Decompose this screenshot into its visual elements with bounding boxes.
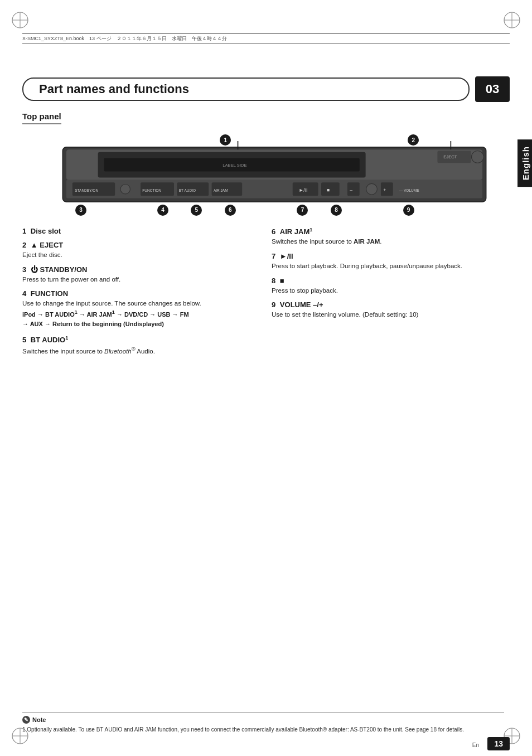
- page-title: Part names and functions: [39, 82, 453, 96]
- desc-2: 2 ▲ EJECT Eject the disc.: [22, 241, 255, 260]
- svg-text:►/II: ►/II: [299, 187, 308, 193]
- desc-7: 7 ►/II Press to start playback. During p…: [272, 252, 504, 271]
- svg-text:FUNCTION: FUNCTION: [142, 188, 161, 192]
- function-chain: iPod → BT AUDIO1 → AIR JAM1 → DVD/CD → U…: [22, 308, 255, 329]
- page-title-box: Part names and functions: [22, 77, 470, 101]
- svg-rect-37: [381, 182, 393, 196]
- desc-8: 8 ■ Press to stop playback.: [272, 277, 504, 295]
- svg-text:— VOLUME: — VOLUME: [399, 188, 420, 192]
- svg-text:■: ■: [327, 187, 330, 193]
- header-file-info: X-SMC1_SYXZT8_En.book 13 ページ ２０１１年６月１５日 …: [22, 35, 227, 42]
- svg-text:STANDBY/ON: STANDBY/ON: [75, 188, 98, 192]
- callout-6: 6: [225, 205, 236, 216]
- page-number: 13: [487, 737, 510, 750]
- svg-text:LABEL SIDE: LABEL SIDE: [223, 163, 246, 168]
- callout-9: 9: [403, 205, 414, 216]
- chapter-badge: 03: [475, 76, 510, 102]
- left-descriptions: 1 Disc slot 2 ▲ EJECT Eject the disc. 3 …: [22, 227, 255, 362]
- page-lang: En: [472, 742, 479, 748]
- callout-3: 3: [75, 205, 86, 216]
- desc-6: 6 AIR JAM1 Switches the input source to …: [272, 227, 504, 246]
- svg-point-23: [120, 184, 130, 193]
- page-title-section: Part names and functions 03: [22, 75, 510, 103]
- svg-text:–: –: [350, 187, 352, 193]
- svg-rect-32: [321, 182, 340, 196]
- desc-9: 9 VOLUME –/+ Use to set the listening vo…: [272, 301, 504, 319]
- corner-tl: [10, 10, 30, 30]
- device-diagram: 1 2 LABEL SIDE EJECT: [22, 130, 504, 219]
- descriptions: 1 Disc slot 2 ▲ EJECT Eject the disc. 3 …: [22, 227, 504, 362]
- english-tab: English: [518, 139, 532, 187]
- callout-4: 4: [157, 205, 168, 216]
- svg-point-36: [366, 183, 378, 195]
- section-title: Top panel: [22, 112, 61, 124]
- svg-rect-34: [347, 182, 360, 196]
- main-content: Top panel 1 2 LABEL SIDE EJECT: [22, 112, 504, 711]
- svg-text:AIR JAM: AIR JAM: [214, 188, 228, 192]
- callout-5: 5: [191, 205, 202, 216]
- desc-5: 5 BT AUDIO1 Switches the input source to…: [22, 335, 255, 356]
- header-strip: X-SMC1_SYXZT8_En.book 13 ページ ２０１１年６月１５日 …: [22, 33, 510, 43]
- corner-tr: [502, 10, 522, 30]
- note-icon: ✎: [22, 716, 30, 724]
- callout-7: 7: [297, 205, 308, 216]
- note-section: ✎ Note 1 Optionally available. To use BT…: [22, 712, 504, 734]
- note-body: 1 Optionally available. To use BT AUDIO …: [22, 725, 504, 734]
- note-title: ✎ Note: [22, 716, 504, 724]
- svg-text:BT AUDIO: BT AUDIO: [179, 188, 196, 192]
- callout-8: 8: [331, 205, 342, 216]
- desc-3: 3 ⏻ STANDBY/ON Press to turn the power o…: [22, 265, 255, 284]
- desc-4: 4 FUNCTION Use to change the input sourc…: [22, 289, 255, 329]
- desc-1: 1 Disc slot: [22, 227, 255, 235]
- svg-text:+: +: [383, 187, 386, 193]
- svg-text:EJECT: EJECT: [443, 154, 457, 159]
- right-descriptions: 6 AIR JAM1 Switches the input source to …: [272, 227, 504, 362]
- device-image: LABEL SIDE EJECT STANDBY/ON FUNCTION BT …: [56, 141, 493, 208]
- svg-point-19: [471, 151, 483, 163]
